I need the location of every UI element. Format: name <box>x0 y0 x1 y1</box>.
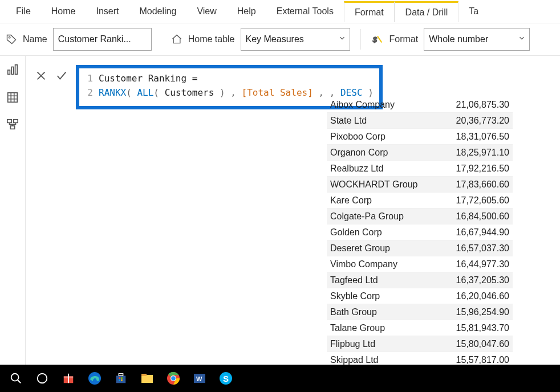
svg-rect-22 <box>141 374 147 376</box>
cancel-button[interactable] <box>34 68 48 83</box>
customer-name: Tagfeed Ltd <box>327 275 444 285</box>
table-row[interactable]: Flipbug Ltd15,80,047.60 <box>327 336 513 352</box>
table-row[interactable]: Kare Corp17,72,605.60 <box>327 193 513 209</box>
table-row[interactable]: Realbuzz Ltd17,92,216.50 <box>327 161 513 177</box>
svg-rect-5 <box>8 93 18 103</box>
table-row[interactable]: Aibox Company21,06,875.30 <box>327 97 513 113</box>
table-row[interactable]: Pixoboo Corp18,31,076.50 <box>327 129 513 145</box>
ribbon-tab-home[interactable]: Home <box>41 2 86 21</box>
customer-value: 16,37,205.30 <box>444 275 513 285</box>
customer-value: 15,57,817.00 <box>444 355 513 365</box>
svg-point-0 <box>9 36 10 38</box>
customer-name: WOCKHARDT Group <box>327 179 444 190</box>
svg-rect-7 <box>14 120 18 123</box>
store-icon[interactable] <box>113 370 129 386</box>
table-row[interactable]: Organon Corp18,25,971.10 <box>327 145 513 161</box>
svg-text:W: W <box>196 375 202 382</box>
format-value: Whole number <box>429 34 488 44</box>
ribbon-tab-help[interactable]: Help <box>227 2 266 21</box>
customer-value: 21,06,875.30 <box>444 100 513 110</box>
customer-name: Bath Group <box>327 307 444 317</box>
ribbon-tab-format[interactable]: Format <box>344 1 395 22</box>
canvas: 1Customer Ranking = 2RANKX( ALL( Custome… <box>26 56 560 366</box>
format-icon: $ <box>371 33 384 46</box>
name-label: Name <box>23 34 47 44</box>
ribbon-tab-data-drill[interactable]: Data / Drill <box>395 1 459 22</box>
explorer-icon[interactable] <box>139 370 155 386</box>
gift-icon[interactable] <box>60 370 76 386</box>
data-view-icon[interactable] <box>6 91 19 104</box>
customer-name: Colgate-Pa Group <box>327 211 444 222</box>
table-row[interactable]: State Ltd20,36,773.20 <box>327 113 513 129</box>
svg-text:S: S <box>223 374 229 383</box>
svg-rect-4 <box>15 65 18 74</box>
format-select[interactable]: Whole number <box>424 28 530 51</box>
ribbon-tab-ta[interactable]: Ta <box>458 2 489 21</box>
customer-name: Golden Corp <box>327 227 444 238</box>
table-row[interactable]: Colgate-Pa Group16,84,500.60 <box>327 209 513 224</box>
svg-rect-3 <box>11 67 14 75</box>
svg-rect-21 <box>141 375 153 383</box>
table-row[interactable]: Talane Group15,81,943.70 <box>327 320 513 336</box>
ribbon-tab-modeling[interactable]: Modeling <box>129 2 186 21</box>
table-row[interactable]: Golden Corp16,67,944.90 <box>327 224 513 240</box>
customer-name: Skippad Ltd <box>327 355 444 365</box>
edge-icon[interactable] <box>87 370 103 386</box>
customer-value: 17,83,660.60 <box>444 179 513 190</box>
home-icon <box>171 34 182 45</box>
home-table-select[interactable]: Key Measures <box>241 28 350 51</box>
svg-point-9 <box>11 374 19 381</box>
table-row[interactable]: WOCKHARDT Group17,83,660.60 <box>327 177 513 193</box>
ribbon-tab-external-tools[interactable]: External Tools <box>266 2 344 21</box>
customer-value: 17,72,605.60 <box>444 195 513 206</box>
windows-taskbar: W S <box>0 365 560 392</box>
svg-rect-2 <box>8 70 10 74</box>
customer-value: 15,96,254.90 <box>444 307 513 317</box>
customer-name: Realbuzz Ltd <box>327 164 444 174</box>
ribbon-tab-file[interactable]: File <box>6 2 41 21</box>
ribbon-tab-view[interactable]: View <box>186 2 226 21</box>
table-row[interactable]: Deseret Group16,57,037.30 <box>327 240 513 256</box>
ribbon-tabs: FileHomeInsertModelingViewHelpExternal T… <box>0 0 560 23</box>
chevron-down-icon <box>518 34 526 44</box>
tag-icon <box>6 34 17 45</box>
formula-line-1: Customer Ranking = <box>99 73 197 84</box>
customer-value: 18,25,971.10 <box>444 148 513 158</box>
search-icon[interactable] <box>8 370 24 386</box>
customer-value: 16,20,046.60 <box>444 291 513 301</box>
customer-value: 16,44,977.30 <box>444 259 513 270</box>
customer-name: State Ltd <box>327 116 444 126</box>
customer-name: Vimbo Company <box>327 259 444 270</box>
customer-name: Skyble Corp <box>327 291 444 301</box>
cortana-icon[interactable] <box>34 370 50 386</box>
customer-value: 15,81,943.70 <box>444 323 513 333</box>
svg-rect-17 <box>119 377 120 379</box>
customer-name: Talane Group <box>327 323 444 333</box>
svg-rect-13 <box>68 374 69 383</box>
table-row[interactable]: Vimbo Company16,44,977.30 <box>327 256 513 272</box>
customer-value: 16,57,037.30 <box>444 243 513 254</box>
home-table-label: Home table <box>188 34 235 44</box>
ribbon-tab-insert[interactable]: Insert <box>86 2 129 21</box>
svg-rect-6 <box>7 120 11 123</box>
measure-name-input[interactable]: Customer Ranki... <box>53 28 152 51</box>
chevron-down-icon <box>338 34 346 44</box>
svg-rect-20 <box>121 379 123 381</box>
table-row[interactable]: Skyble Corp16,20,046.60 <box>327 288 513 304</box>
report-view-icon[interactable] <box>6 64 19 76</box>
chrome-icon[interactable] <box>165 370 181 386</box>
commit-button[interactable] <box>54 68 69 83</box>
table-row[interactable]: Tagfeed Ltd16,37,205.30 <box>327 272 513 288</box>
table-row[interactable]: Bath Group15,96,254.90 <box>327 304 513 320</box>
customer-name: Aibox Company <box>327 100 444 110</box>
customer-value: 16,84,500.60 <box>444 211 513 222</box>
customer-value: 15,80,047.60 <box>444 339 513 349</box>
customer-ranking-table[interactable]: Aibox Company21,06,875.30State Ltd20,36,… <box>327 97 513 368</box>
model-view-icon[interactable] <box>6 119 19 131</box>
customer-value: 18,31,076.50 <box>444 132 513 142</box>
skype-icon[interactable]: S <box>218 370 234 386</box>
word-icon[interactable]: W <box>192 370 208 386</box>
customer-name: Kare Corp <box>327 195 444 206</box>
svg-rect-16 <box>119 374 123 376</box>
svg-point-25 <box>171 376 176 381</box>
